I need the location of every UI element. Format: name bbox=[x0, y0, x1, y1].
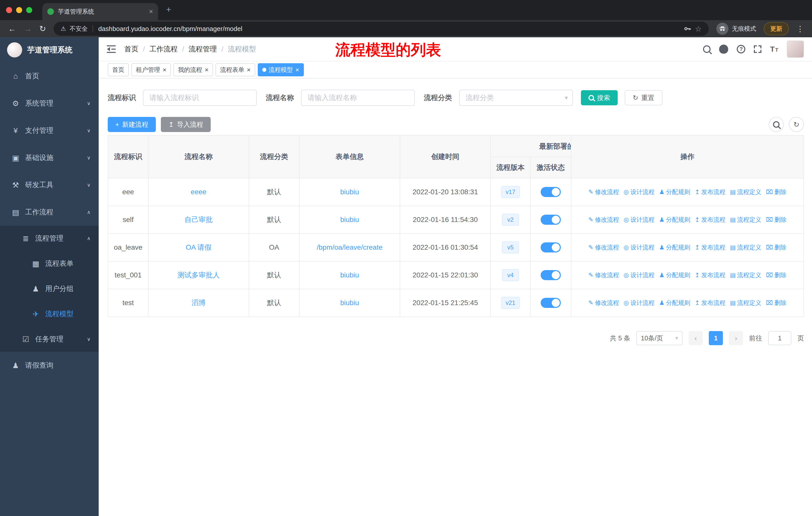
form-info-link[interactable]: biubiu bbox=[340, 299, 359, 307]
row-action-link[interactable]: ♟分配规则 bbox=[659, 243, 690, 251]
address-bar[interactable]: ⚠ 不安全 dashboard.yudao.iocoder.cn/bpm/man… bbox=[54, 22, 709, 36]
current-page[interactable]: 1 bbox=[709, 331, 723, 345]
row-action-link[interactable]: ◎设计流程 bbox=[624, 299, 655, 307]
sidebar-menu-item[interactable]: ⚙ 系统管理 ∨ bbox=[0, 90, 99, 117]
tag-close-icon[interactable]: × bbox=[163, 66, 166, 73]
active-toggle[interactable] bbox=[541, 270, 561, 280]
sidebar-menu-item[interactable]: ¥ 支付管理 ∨ bbox=[0, 117, 99, 144]
row-action-link[interactable]: ▤流程定义 bbox=[730, 216, 761, 224]
breadcrumb-item[interactable]: 工作流程 bbox=[149, 44, 189, 54]
help-icon[interactable]: ? bbox=[737, 45, 745, 53]
row-action-link[interactable]: ⌧删除 bbox=[766, 271, 787, 279]
create-process-button[interactable]: +新建流程 bbox=[108, 117, 156, 132]
sidebar-menu-item[interactable]: ♟ 请假查询 bbox=[0, 352, 99, 379]
next-page-button[interactable]: › bbox=[729, 331, 743, 345]
tab-close-icon[interactable]: × bbox=[149, 7, 153, 16]
active-toggle[interactable] bbox=[541, 187, 561, 197]
process-name-input[interactable] bbox=[301, 90, 415, 106]
row-action-link[interactable]: ▤流程定义 bbox=[730, 188, 761, 196]
search-button[interactable]: 搜索 bbox=[581, 90, 618, 105]
new-tab-button[interactable]: + bbox=[166, 4, 171, 15]
toggle-search-button[interactable] bbox=[769, 117, 784, 132]
process-name-link[interactable]: 滔博 bbox=[192, 299, 206, 307]
row-action-link[interactable]: ♟分配规则 bbox=[659, 299, 690, 307]
font-size-icon[interactable]: TT bbox=[770, 45, 778, 53]
sidebar-menu-item[interactable]: ♟ 用户分组 bbox=[0, 276, 99, 301]
page-size-select[interactable]: 10条/页▾ bbox=[636, 331, 683, 345]
breadcrumb-item[interactable]: 流程管理 bbox=[189, 44, 228, 54]
window-zoom-button[interactable] bbox=[26, 7, 32, 13]
tag-item[interactable]: 我的流程 × bbox=[173, 63, 213, 76]
user-avatar[interactable] bbox=[787, 40, 804, 58]
browser-tab[interactable]: 芋道管理系统 × bbox=[42, 3, 158, 20]
row-action-link[interactable]: ♟分配规则 bbox=[659, 216, 690, 224]
row-action-link[interactable]: ▤流程定义 bbox=[730, 243, 761, 251]
row-action-link[interactable]: ↥发布流程 bbox=[695, 299, 725, 307]
row-action-link[interactable]: ⌧删除 bbox=[766, 299, 787, 307]
bookmark-star-icon[interactable]: ☆ bbox=[695, 24, 702, 33]
sidebar-menu-item[interactable]: ▦ 流程表单 bbox=[0, 251, 99, 276]
row-action-link[interactable]: ✎修改流程 bbox=[588, 299, 619, 307]
row-action-link[interactable]: ▤流程定义 bbox=[730, 299, 761, 307]
row-action-link[interactable]: ▤流程定义 bbox=[730, 271, 761, 279]
row-action-link[interactable]: ↥发布流程 bbox=[695, 243, 725, 251]
row-action-link[interactable]: ↥发布流程 bbox=[695, 216, 725, 224]
active-toggle[interactable] bbox=[541, 242, 561, 252]
form-info-link[interactable]: biubiu bbox=[340, 271, 359, 279]
collapse-sidebar-button[interactable] bbox=[107, 45, 117, 53]
row-action-link[interactable]: ↥发布流程 bbox=[695, 188, 725, 196]
import-process-button[interactable]: ↥导入流程 bbox=[161, 117, 211, 132]
forward-button[interactable]: → bbox=[24, 25, 32, 33]
sidebar-menu-item[interactable]: ≣ 流程管理 ∧ bbox=[0, 226, 99, 251]
breadcrumb-item[interactable]: 流程模型 bbox=[228, 44, 256, 54]
window-close-button[interactable] bbox=[6, 7, 12, 13]
prev-page-button[interactable]: ‹ bbox=[689, 331, 703, 345]
tag-item[interactable]: 租户管理 × bbox=[132, 63, 171, 76]
process-category-select[interactable]: ▾ bbox=[459, 90, 573, 106]
form-info-link[interactable]: biubiu bbox=[340, 216, 359, 223]
row-action-link[interactable]: ◎设计流程 bbox=[624, 188, 655, 196]
row-action-link[interactable]: ✎修改流程 bbox=[588, 216, 619, 224]
tag-item[interactable]: 流程表单 × bbox=[215, 63, 255, 76]
row-action-link[interactable]: ✎修改流程 bbox=[588, 271, 619, 279]
password-key-icon[interactable] bbox=[684, 25, 691, 33]
form-info-link[interactable]: /bpm/oa/leave/create bbox=[317, 243, 383, 251]
row-action-link[interactable]: ✎修改流程 bbox=[588, 188, 619, 196]
tag-close-icon[interactable]: × bbox=[247, 66, 251, 73]
row-action-link[interactable]: ♟分配规则 bbox=[659, 188, 690, 196]
tag-close-icon[interactable]: × bbox=[295, 66, 299, 73]
fullscreen-icon[interactable] bbox=[754, 45, 761, 53]
active-toggle[interactable] bbox=[541, 298, 561, 308]
active-toggle[interactable] bbox=[541, 215, 561, 225]
sidebar-menu-item[interactable]: ▣ 基础设施 ∨ bbox=[0, 144, 99, 171]
tag-item[interactable]: 首页 bbox=[108, 63, 129, 76]
row-action-link[interactable]: ◎设计流程 bbox=[624, 271, 655, 279]
tag-item[interactable]: 流程模型 × bbox=[258, 63, 304, 76]
process-category-input[interactable] bbox=[459, 90, 573, 106]
row-action-link[interactable]: ♟分配规则 bbox=[659, 271, 690, 279]
row-action-link[interactable]: ⌧删除 bbox=[766, 216, 787, 224]
url-text[interactable]: dashboard.yudao.iocoder.cn/bpm/manager/m… bbox=[98, 25, 680, 33]
form-info-link[interactable]: biubiu bbox=[340, 188, 359, 196]
process-name-link[interactable]: 测试多审批人 bbox=[177, 271, 220, 279]
breadcrumb-item[interactable]: 首页 bbox=[124, 44, 149, 54]
sidebar-menu-item[interactable]: ▤ 工作流程 ∧ bbox=[0, 198, 99, 226]
process-name-link[interactable]: eeee bbox=[191, 188, 206, 196]
reload-button[interactable]: ↻ bbox=[39, 25, 46, 33]
sidebar-menu-item[interactable]: ⌂ 首页 bbox=[0, 62, 99, 90]
process-name-link[interactable]: 自己审批 bbox=[184, 216, 213, 223]
github-icon[interactable] bbox=[719, 45, 728, 54]
process-name-link[interactable]: OA 请假 bbox=[186, 243, 212, 251]
security-label[interactable]: 不安全 bbox=[69, 25, 88, 33]
row-action-link[interactable]: ↥发布流程 bbox=[695, 271, 725, 279]
browser-menu-icon[interactable]: ⋮ bbox=[796, 24, 804, 33]
row-action-link[interactable]: ✎修改流程 bbox=[588, 243, 619, 251]
back-button[interactable]: ← bbox=[8, 25, 16, 33]
tag-close-icon[interactable]: × bbox=[205, 66, 208, 73]
process-id-input[interactable] bbox=[143, 90, 257, 106]
row-action-link[interactable]: ◎设计流程 bbox=[624, 216, 655, 224]
row-action-link[interactable]: ◎设计流程 bbox=[624, 243, 655, 251]
goto-page-input[interactable] bbox=[768, 331, 791, 345]
search-icon[interactable] bbox=[703, 45, 710, 53]
update-button[interactable]: 更新 bbox=[764, 22, 789, 35]
